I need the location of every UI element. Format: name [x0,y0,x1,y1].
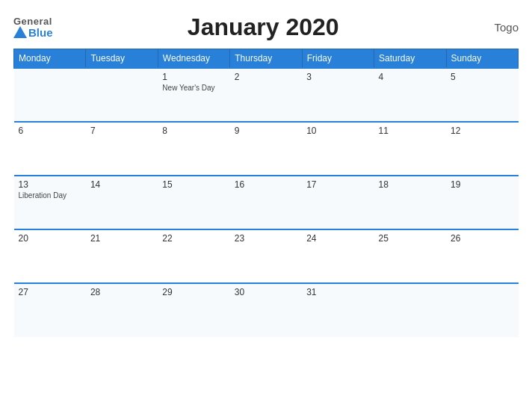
day-number: 17 [306,179,369,190]
calendar-cell: 18 [374,176,446,229]
calendar-cell: 27 [14,283,86,337]
calendar-cell: 7 [86,122,158,176]
calendar-cell: 23 [230,229,302,283]
day-number: 13 [19,179,81,190]
calendar-week-row: 2728293031 [14,283,519,337]
day-number: 7 [90,126,153,136]
calendar-cell: 4 [374,68,446,122]
day-number: 2 [235,72,297,82]
calendar-cell: 8 [158,122,229,176]
calendar-week-row: 13Liberation Day141516171819 [14,176,519,229]
calendar-cell: 13Liberation Day [14,176,86,229]
calendar-cell [86,68,158,122]
calendar-table: MondayTuesdayWednesdayThursdayFridaySatu… [13,49,519,337]
calendar-cell [374,283,446,337]
day-number: 1 [162,72,225,82]
calendar-cell: 5 [446,68,518,122]
day-number: 6 [19,126,81,136]
day-number: 25 [379,233,442,244]
calendar-cell: 15 [158,176,229,229]
calendar-cell: 12 [446,122,518,176]
day-number: 29 [162,287,225,297]
calendar-cell: 16 [230,176,302,229]
weekday-header: Monday [14,49,86,69]
calendar-cell: 31 [302,283,374,337]
day-number: 19 [451,179,513,190]
calendar-cell: 14 [86,176,158,229]
day-number: 31 [306,287,369,297]
calendar-header: General Blue January 2020 Togo [13,13,519,41]
logo-general-text: General [13,16,52,26]
day-number: 24 [306,233,369,244]
calendar-cell [14,68,86,122]
weekday-header: Wednesday [158,49,229,69]
calendar-page: General Blue January 2020 Togo MondayTue… [0,0,532,411]
day-number: 18 [379,179,442,190]
day-number: 10 [306,126,369,136]
calendar-cell: 29 [158,283,229,337]
day-number: 26 [451,233,513,244]
weekday-header: Saturday [374,49,446,69]
day-number: 3 [306,72,369,82]
calendar-cell: 22 [158,229,229,283]
calendar-cell: 21 [86,229,158,283]
day-number: 12 [451,126,513,136]
day-number: 4 [379,72,442,82]
calendar-cell: 6 [14,122,86,176]
calendar-cell: 19 [446,176,518,229]
day-number: 16 [235,179,297,190]
day-number: 8 [162,126,225,136]
day-number: 21 [90,233,153,244]
logo: General Blue [13,16,53,38]
calendar-cell: 10 [302,122,374,176]
calendar-cell: 2 [230,68,302,122]
day-number: 14 [90,179,153,190]
day-number: 5 [451,72,513,82]
calendar-cell: 3 [302,68,374,122]
days-of-week-row: MondayTuesdayWednesdayThursdayFridaySatu… [14,49,519,69]
day-number: 9 [235,126,297,136]
logo-blue-text: Blue [28,27,53,38]
logo-triangle-icon [13,26,27,38]
calendar-cell: 9 [230,122,302,176]
day-number: 20 [19,233,81,244]
calendar-cell: 26 [446,229,518,283]
day-number: 30 [235,287,297,297]
weekday-header: Tuesday [86,49,158,69]
calendar-week-row: 1New Year's Day2345 [14,68,519,122]
day-number: 27 [19,287,81,297]
calendar-body: 1New Year's Day2345678910111213Liberatio… [14,68,519,337]
weekday-header: Sunday [446,49,518,69]
day-number: 15 [162,179,225,190]
weekday-header: Friday [302,49,374,69]
calendar-cell [446,283,518,337]
calendar-week-row: 20212223242526 [14,229,519,283]
calendar-cell: 28 [86,283,158,337]
calendar-cell: 20 [14,229,86,283]
calendar-cell: 30 [230,283,302,337]
weekday-header: Thursday [230,49,302,69]
calendar-title: January 2020 [53,13,474,41]
calendar-cell: 1New Year's Day [158,68,229,122]
calendar-cell: 17 [302,176,374,229]
day-number: 23 [235,233,297,244]
country-label: Togo [474,21,519,34]
calendar-cell: 24 [302,229,374,283]
logo-blue-row: Blue [13,26,53,38]
calendar-header-row: MondayTuesdayWednesdayThursdayFridaySatu… [14,49,519,69]
day-event: New Year's Day [162,84,225,92]
day-event: Liberation Day [19,191,81,200]
calendar-week-row: 6789101112 [14,122,519,176]
day-number: 28 [90,287,153,297]
calendar-cell: 11 [374,122,446,176]
calendar-cell: 25 [374,229,446,283]
day-number: 22 [162,233,225,244]
day-number: 11 [379,126,442,136]
